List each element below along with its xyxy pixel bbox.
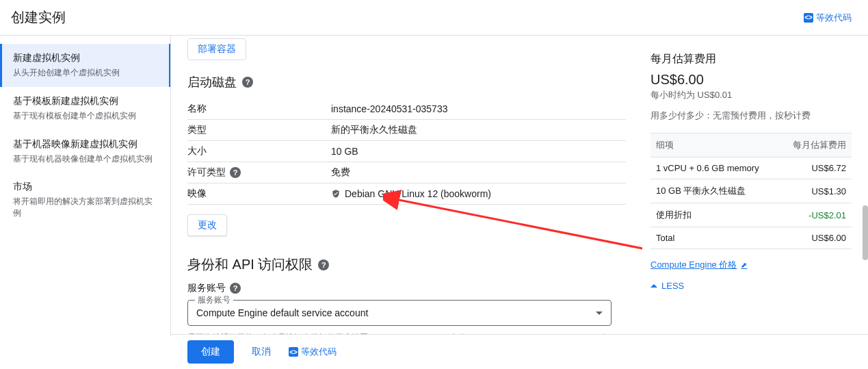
select-value-text: Compute Engine default service account: [196, 307, 368, 318]
table-row: 大小 10 GB: [187, 141, 626, 162]
table-row: Total US$6.00: [650, 227, 852, 249]
table-row: 映像 Debian GNU/Linux 12 (bookworm): [187, 183, 626, 205]
sidebar-item-image-vm[interactable]: 基于机器映像新建虚拟机实例 基于现有机器映像创建单个虚拟机实例: [0, 130, 170, 173]
boot-disk-title-text: 启动磁盘: [187, 74, 237, 90]
sidebar-item-label: 基于机器映像新建虚拟机实例: [13, 138, 159, 151]
cost-price: US$6.00: [650, 72, 852, 88]
code-icon: <>: [804, 13, 813, 23]
help-icon[interactable]: ?: [318, 259, 329, 270]
cost-table: 细项 每月估算费用 1 vCPU + 0.6 GB memory US$6.72…: [650, 133, 852, 249]
row-key: 映像: [187, 188, 331, 200]
table-row: 许可类型 ? 免费: [187, 162, 626, 183]
sidebar-item-template-vm[interactable]: 基于模板新建虚拟机实例 基于现有模板创建单个虚拟机实例: [0, 87, 170, 130]
row-key: 类型: [187, 124, 331, 136]
page-title: 创建实例: [11, 8, 66, 27]
equiv-code-label: 等效代码: [816, 12, 852, 24]
row-key: 许可类型 ?: [187, 166, 331, 179]
cost-value: US$6.00: [779, 227, 852, 249]
table-row: 类型 新的平衡永久性磁盘: [187, 120, 626, 141]
help-icon[interactable]: ?: [230, 167, 241, 178]
row-value: 10 GB: [331, 145, 626, 157]
identity-section-title: 身份和 API 访问权限 ?: [187, 255, 626, 274]
cost-item: 使用折扣: [650, 203, 779, 227]
row-key: 大小: [187, 145, 331, 157]
sidebar-item-desc: 基于现有模板创建单个虚拟机实例: [13, 110, 159, 122]
equiv-code-link-footer[interactable]: <> 等效代码: [289, 346, 337, 358]
row-value: 免费: [331, 166, 626, 179]
cost-title: 每月估算费用: [650, 52, 852, 66]
sidebar-item-label: 基于模板新建虚拟机实例: [13, 95, 159, 107]
sidebar: 新建虚拟机实例 从头开始创建单个虚拟机实例 基于模板新建虚拟机实例 基于现有模板…: [0, 36, 171, 336]
service-account-select[interactable]: 服务账号 Compute Engine default service acco…: [187, 300, 611, 326]
svg-line-1: [395, 199, 642, 258]
identity-title-text: 身份和 API 访问权限: [187, 255, 313, 274]
pricing-link-text: Compute Engine 价格: [650, 259, 737, 271]
license-label-text: 许可类型: [187, 166, 226, 179]
equiv-code-link-top[interactable]: <> 等效代码: [804, 12, 852, 24]
page-header: 创建实例 <> 等效代码: [0, 0, 868, 36]
cost-item: 1 vCPU + 0.6 GB memory: [650, 157, 779, 179]
sidebar-item-desc: 基于现有机器映像创建单个虚拟机实例: [13, 153, 159, 165]
cost-value: US$1.30: [779, 179, 852, 203]
image-value-text: Debian GNU/Linux 12 (bookworm): [345, 188, 491, 199]
sidebar-item-new-vm[interactable]: 新建虚拟机实例 从头开始创建单个虚拟机实例: [0, 44, 170, 87]
cost-th-item: 细项: [650, 133, 779, 157]
sidebar-item-label: 市场: [13, 181, 159, 193]
cost-hourly: 每小时约为 US$0.01: [650, 89, 852, 101]
cost-value: US$6.72: [779, 157, 852, 179]
code-icon: <>: [289, 347, 298, 357]
row-value: 新的平衡永久性磁盘: [331, 124, 626, 136]
change-button[interactable]: 更改: [187, 214, 227, 236]
chevron-up-icon: [650, 284, 657, 288]
cost-th-cost: 每月估算费用: [779, 133, 852, 157]
row-key: 名称: [187, 103, 331, 115]
sidebar-item-desc: 从头开始创建单个虚拟机实例: [13, 67, 158, 79]
sidebar-item-label: 新建虚拟机实例: [13, 52, 158, 64]
less-toggle[interactable]: LESS: [650, 281, 852, 291]
deploy-container-button[interactable]: 部署容器: [187, 38, 246, 60]
chevron-down-icon: [596, 311, 603, 315]
cancel-button[interactable]: 取消: [248, 345, 275, 359]
cost-note: 用多少付多少：无需预付费用，按秒计费: [650, 110, 852, 122]
scrollbar-thumb[interactable]: [863, 205, 868, 260]
external-link-icon: ⬈: [741, 261, 747, 270]
shield-icon: [331, 189, 341, 199]
help-icon[interactable]: ?: [230, 283, 241, 294]
equiv-code-label: 等效代码: [301, 346, 337, 358]
service-account-label: 服务账号 ?: [187, 282, 626, 294]
table-row: 名称 instance-20240531-035733: [187, 99, 626, 120]
cost-value: -US$2.01: [779, 203, 852, 227]
select-legend: 服务账号: [195, 294, 233, 306]
row-value: instance-20240531-035733: [331, 103, 626, 115]
main-content: 部署容器 启动磁盘 ? 名称 instance-20240531-035733 …: [171, 36, 642, 336]
help-icon[interactable]: ?: [242, 77, 253, 88]
table-row: 使用折扣 -US$2.01: [650, 203, 852, 227]
table-row: 10 GB 平衡永久性磁盘 US$1.30: [650, 179, 852, 203]
cost-item: 10 GB 平衡永久性磁盘: [650, 179, 779, 203]
compute-engine-pricing-link[interactable]: Compute Engine 价格 ⬈: [650, 259, 747, 271]
cost-item: Total: [650, 227, 779, 249]
footer-actions: 创建 取消 <> 等效代码: [171, 334, 868, 369]
select-value: Compute Engine default service account: [196, 307, 603, 318]
cost-panel: 每月估算费用 US$6.00 每小时约为 US$0.01 用多少付多少：无需预付…: [642, 36, 868, 336]
service-account-label-text: 服务账号: [187, 282, 226, 294]
boot-disk-table: 名称 instance-20240531-035733 类型 新的平衡永久性磁盘…: [187, 99, 626, 205]
sidebar-item-desc: 将开箱即用的解决方案部署到虚拟机实例: [13, 196, 159, 219]
create-button[interactable]: 创建: [187, 340, 234, 364]
sidebar-item-marketplace[interactable]: 市场 将开箱即用的解决方案部署到虚拟机实例: [0, 173, 170, 227]
table-row: 1 vCPU + 0.6 GB memory US$6.72: [650, 157, 852, 179]
boot-disk-section-title: 启动磁盘 ?: [187, 74, 626, 90]
row-value: Debian GNU/Linux 12 (bookworm): [331, 188, 626, 200]
less-label: LESS: [661, 281, 684, 291]
